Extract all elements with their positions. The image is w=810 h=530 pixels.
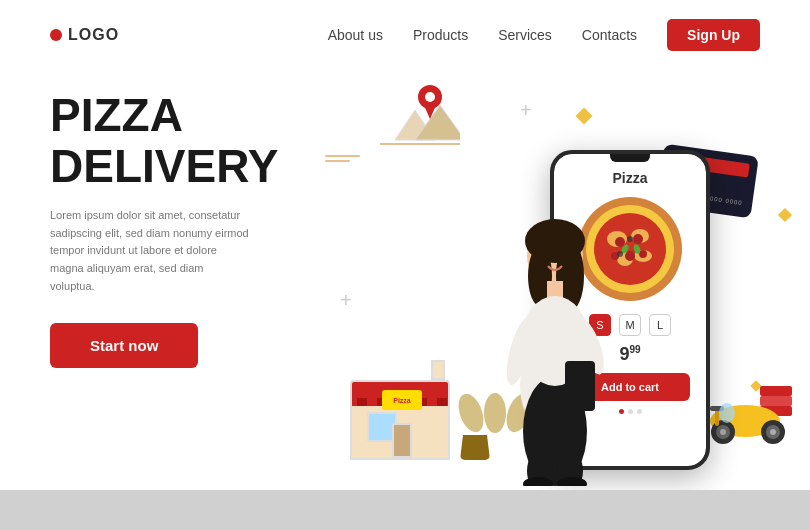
pizza-store: Pizza [350,380,460,460]
location-pin [418,85,442,123]
store-building: Pizza [350,380,450,460]
deco-diamond-3 [778,208,792,222]
svg-point-51 [719,403,735,423]
nav-links: About us Products Services Contacts Sign… [328,19,760,51]
phone-price: 999 [619,344,640,365]
logo-dot [50,29,62,41]
svg-point-48 [770,429,776,435]
svg-point-37 [627,236,633,242]
nav-services[interactable]: Services [498,27,552,43]
hero-title: PIZZA DELIVERY [50,90,270,191]
svg-point-21 [543,256,549,263]
plant-pot [460,435,490,460]
signup-button[interactable]: Sign Up [667,19,760,51]
navbar: LOGO About us Products Services Contacts… [0,0,810,70]
nav-about[interactable]: About us [328,27,383,43]
hero-description: Lorem ipsum dolor sit amet, consetatur s… [50,207,250,295]
deco-plus-2: + [520,100,532,120]
dot-2 [628,409,633,414]
hero-center: Pizza [320,70,810,490]
location-area [380,90,460,149]
svg-rect-16 [565,361,595,411]
hero-left: PIZZA DELIVERY Lorem ipsum dolor sit ame… [0,70,320,490]
hero-section: PIZZA DELIVERY Lorem ipsum dolor sit ame… [0,70,810,490]
nav-contacts[interactable]: Contacts [582,27,637,43]
svg-point-4 [425,92,435,102]
svg-point-32 [625,251,635,261]
deco-lines [325,155,360,165]
store-chimney [431,360,445,380]
delivery-scooter [705,376,795,450]
svg-point-31 [633,234,643,244]
nav-products[interactable]: Products [413,27,468,43]
phone-notch [610,154,650,162]
footer-bar [0,490,810,530]
store-sign: Pizza [382,390,422,410]
logo: LOGO [50,26,119,44]
store-door [392,423,412,458]
size-medium[interactable]: M [619,314,641,336]
svg-point-45 [720,429,726,435]
deco-plus-1: + [340,290,352,310]
page-dots [619,409,642,414]
deco-diamond-1 [576,108,593,125]
dot-3 [637,409,642,414]
woman-figure [490,176,620,490]
svg-rect-39 [760,386,792,396]
size-large[interactable]: L [649,314,671,336]
svg-marker-5 [423,103,437,119]
start-now-button[interactable]: Start now [50,323,198,368]
svg-point-22 [561,256,567,263]
svg-rect-40 [760,396,792,406]
logo-text: LOGO [68,26,119,44]
